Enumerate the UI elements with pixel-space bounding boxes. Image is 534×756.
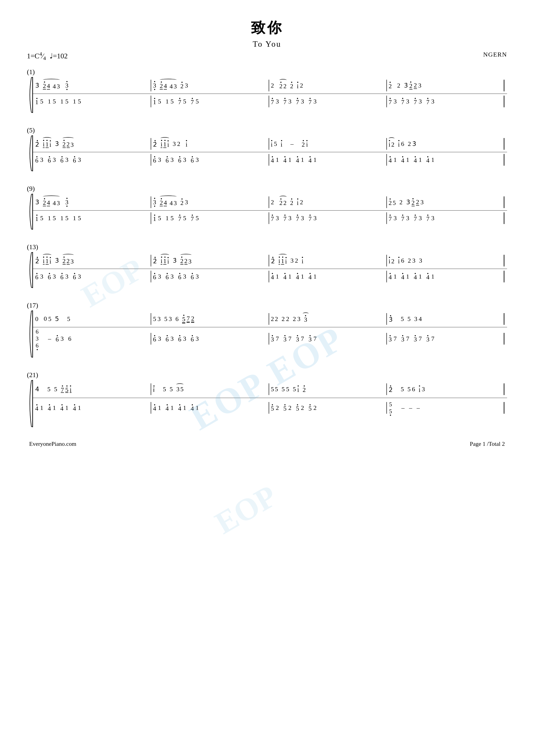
tempo-info: 1=C4⁄4 ♩=102 [27,51,68,61]
section-label-5: (5) [27,126,507,134]
bracket-5 [27,135,32,171]
meta-row: 1=C4⁄4 ♩=102 NGERN [27,51,507,61]
bracket-17 [27,310,32,358]
section-17: (17) 0 0 5 [27,302,507,358]
section-label-17: (17) [27,302,507,309]
section-13: (13) 2̇ i 1 i [27,243,507,288]
key-info: 1=C [27,52,39,60]
section-5: (5) 2̇ i [27,126,507,171]
section-1: (1) 3̇ [27,68,507,113]
section-21: (21) 4̇ 5 5 [27,371,507,427]
footer-left: EveryonePiano.com [29,441,76,447]
score-container: (1) 3̇ [27,68,507,427]
bpm-info: ♩=102 [50,52,68,60]
footer: EveryonePiano.com Page 1 /Total 2 [27,441,507,447]
section-label-1: (1) [27,68,507,76]
page: EOP EOP EOP EOP 致你 To You 1=C4⁄4 ♩=102 N… [0,0,534,756]
section-label-21: (21) [27,371,507,379]
section-9: (9) 3̇ 2 4 [27,185,507,230]
main-title: 致你 [27,18,507,38]
section-label-13: (13) [27,243,507,251]
subtitle: To You [27,39,507,49]
title-section: 致你 To You [27,18,507,49]
bracket-9 [27,194,32,230]
bracket-1 [27,77,32,113]
bracket-13 [27,252,32,288]
footer-right: Page 1 /Total 2 [470,441,505,447]
author: NGERN [483,51,507,58]
section-label-9: (9) [27,185,507,192]
bracket-21 [27,380,32,427]
